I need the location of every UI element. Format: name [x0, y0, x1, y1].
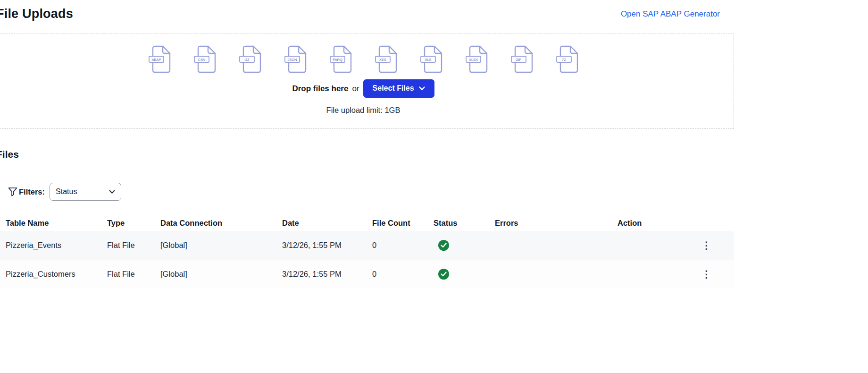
svg-text:ABAP: ABAP — [151, 58, 161, 62]
cell-status — [434, 240, 495, 251]
cell-table-name: Pizzeria_Events — [6, 241, 107, 250]
page-header: File Uploads Open SAP ABAP Generator — [0, 7, 736, 21]
svg-text:JSON: JSON — [287, 58, 297, 62]
row-actions-kebab-icon[interactable]: ⋮ — [699, 267, 714, 281]
svg-text:GZ: GZ — [244, 58, 250, 62]
chevron-down-icon — [109, 190, 115, 194]
cell-status — [434, 269, 495, 280]
col-file-count: File Count — [372, 219, 434, 228]
col-table-name: Table Name — [6, 219, 107, 228]
status-success-icon — [438, 269, 449, 280]
gz-file-icon: GZ — [238, 44, 262, 74]
abap-file-icon: ABAP — [147, 44, 172, 74]
drop-files-here-text: Drop files here — [292, 84, 348, 94]
file-dropzone[interactable]: ABAP CSV GZ JSON — [0, 34, 734, 129]
files-section-title: Files — [0, 149, 736, 160]
svg-text:XES: XES — [379, 58, 386, 62]
svg-text:XLS: XLS — [425, 58, 431, 62]
col-date: Date — [282, 219, 372, 228]
select-files-label: Select Files — [373, 84, 414, 93]
table-row: Pizzeria_Customers Flat File [Global] 3/… — [0, 260, 734, 289]
csv-file-icon: CSV — [192, 44, 217, 74]
col-type: Type — [107, 219, 160, 228]
open-sap-abap-generator-link[interactable]: Open SAP ABAP Generator — [621, 9, 720, 19]
cell-action: ⋮ — [618, 238, 734, 252]
cell-type: Flat File — [107, 270, 160, 279]
col-action: Action — [618, 219, 734, 228]
page-title: File Uploads — [0, 7, 73, 21]
cell-data-connection: [Global] — [160, 241, 282, 250]
table-header-row: Table Name Type Data Connection Date Fil… — [0, 215, 734, 231]
file-type-icons-row: ABAP CSV GZ JSON — [0, 44, 734, 74]
table-row: Pizzeria_Events Flat File [Global] 3/12/… — [0, 231, 734, 260]
svg-text:PARQ: PARQ — [333, 58, 342, 62]
chevron-down-icon — [419, 86, 425, 91]
cell-file-count: 0 — [372, 270, 434, 279]
parq-file-icon: PARQ — [328, 44, 353, 74]
col-data-connection: Data Connection — [160, 219, 282, 228]
cell-data-connection: [Global] — [160, 270, 282, 279]
file-upload-limit-text: File upload limit: 1GB — [0, 106, 734, 115]
col-status: Status — [434, 219, 495, 228]
status-filter-value: Status — [56, 187, 77, 196]
filter-funnel-icon — [8, 187, 18, 197]
cell-action: ⋮ — [618, 267, 734, 281]
status-filter-select[interactable]: Status — [50, 183, 121, 201]
xlsx-file-icon: XLSX — [464, 44, 489, 74]
select-files-button[interactable]: Select Files — [363, 79, 434, 98]
xls-file-icon: XLS — [419, 44, 443, 74]
svg-text:7Z: 7Z — [562, 58, 566, 62]
json-file-icon: JSON — [283, 44, 308, 74]
or-text: or — [352, 84, 359, 94]
filters-label: Filters: — [19, 187, 45, 196]
7z-file-icon: 7Z — [555, 44, 579, 74]
filters-row: Filters: Status — [0, 183, 736, 201]
cell-type: Flat File — [107, 241, 160, 250]
cell-file-count: 0 — [372, 241, 434, 250]
col-errors: Errors — [495, 219, 618, 228]
svg-text:XLSX: XLSX — [469, 58, 478, 62]
file-uploads-page: File Uploads Open SAP ABAP Generator ABA… — [0, 0, 868, 374]
svg-text:CSV: CSV — [198, 58, 205, 62]
row-actions-kebab-icon[interactable]: ⋮ — [699, 238, 714, 252]
cell-date: 3/12/26, 1:55 PM — [282, 241, 372, 250]
status-success-icon — [438, 240, 449, 251]
zip-file-icon: ZIP — [509, 44, 534, 74]
cell-date: 3/12/26, 1:55 PM — [282, 270, 372, 279]
cell-table-name: Pizzeria_Customers — [6, 270, 107, 279]
xes-file-icon: XES — [374, 44, 398, 74]
svg-text:ZIP: ZIP — [516, 58, 522, 62]
